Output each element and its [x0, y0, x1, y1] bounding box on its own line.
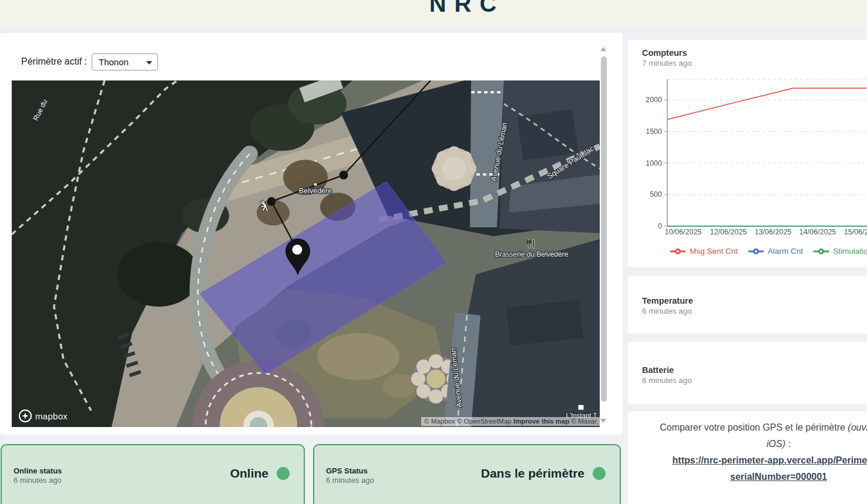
mapbox-logo-text: mapbox	[35, 411, 68, 421]
svg-text:0: 0	[658, 222, 662, 230]
gps-status-value: Dans le périmètre	[481, 466, 584, 481]
compteurs-title: Compteurs	[642, 48, 692, 58]
scroll-up-arrow-icon[interactable]	[600, 47, 606, 51]
svg-text:2000: 2000	[646, 96, 662, 104]
temperature-card: Temperature 6 minutes ago	[628, 276, 867, 334]
mapbox-logo[interactable]: mapbox	[19, 409, 68, 422]
compare-instruction-line2: iOS) :	[628, 436, 867, 452]
perimeter-active-label: Périmètre actif :	[21, 56, 87, 67]
map-canvas[interactable]: Rue duBelvédèreAvenue du LémanSquare Pau…	[12, 80, 600, 427]
page: NRC Périmètre actif : Thonon	[0, 0, 867, 504]
online-status-value: Online	[230, 466, 268, 481]
legend-label: Msg Sent Cnt	[690, 247, 738, 256]
legend-marker-icon	[814, 248, 829, 255]
map-label: Brasserie du Belvédère	[495, 250, 569, 258]
nrc-logo: NRC	[429, 0, 505, 17]
temperature-time: 6 minutes ago	[642, 307, 693, 315]
chart-legend: Msg Sent CntAlarm CntStimulation Cnt	[628, 247, 867, 256]
map-container[interactable]: Rue duBelvédèreAvenue du LémanSquare Pau…	[12, 80, 600, 427]
svg-text:13/06/2025: 13/06/2025	[755, 228, 792, 236]
map-label: Belvédère	[299, 187, 332, 195]
svg-text:12/06/2025: 12/06/2025	[710, 228, 747, 236]
attribution-osm-link[interactable]: © Mapbox © OpenStreetMap	[424, 418, 512, 425]
online-status-title: Online status	[14, 466, 62, 475]
vertical-scrollbar[interactable]	[600, 43, 607, 426]
legend-item[interactable]: Alarm Cnt	[748, 247, 803, 256]
compare-instruction-line1: Comparer votre position GPS et le périmè…	[628, 419, 867, 436]
compteurs-chart: 050010001500200010/06/202512/06/202513/0…	[637, 78, 867, 243]
legend-marker-icon	[748, 248, 764, 255]
gps-status-title: GPS Status	[326, 466, 374, 475]
perimeter-select-value: Thonon	[99, 57, 129, 67]
poi-dot-belvedere	[314, 183, 317, 186]
svg-text:1000: 1000	[646, 159, 662, 167]
mapbox-logo-icon	[19, 409, 32, 422]
compteurs-card: Compteurs 7 minutes ago 0500100015002000…	[628, 40, 867, 267]
cafe-icon	[578, 405, 584, 410]
chevron-down-icon	[146, 61, 152, 65]
attribution-maxar-link[interactable]: © Maxar	[571, 418, 597, 425]
top-header: NRC	[0, 0, 867, 28]
map-panel: Périmètre actif : Thonon	[0, 33, 623, 435]
perimeter-compare-link-line2[interactable]: serialNumber=000001	[628, 469, 867, 485]
map-attribution: © Mapbox © OpenStreetMap Improve this ma…	[421, 417, 600, 426]
svg-text:14/06/2025: 14/06/2025	[799, 228, 836, 236]
compare-gps-card: Comparer votre position GPS et le périmè…	[628, 411, 867, 504]
temperature-title: Temperature	[642, 296, 693, 305]
gps-status-dot-icon	[593, 467, 606, 480]
online-status-dot-icon	[277, 467, 290, 480]
improve-this-map-link[interactable]: Improve this map	[513, 418, 569, 425]
legend-label: Alarm Cnt	[768, 247, 803, 256]
online-status-card: Online status 6 minutes ago Online	[1, 444, 305, 504]
batterie-card: Batterie 6 minutes ago	[628, 342, 867, 404]
gps-status-card: GPS Status 6 minutes ago Dans le périmèt…	[313, 444, 621, 504]
online-status-time: 6 minutes ago	[14, 476, 62, 485]
batterie-title: Batterie	[642, 365, 692, 375]
scrollbar-thumb[interactable]	[601, 56, 607, 402]
svg-text:500: 500	[650, 190, 662, 199]
svg-text:10/06/2025: 10/06/2025	[665, 228, 702, 236]
gps-status-time: 6 minutes ago	[326, 476, 374, 485]
svg-text:15/06/2025: 15/06/2025	[844, 228, 867, 236]
svg-text:1500: 1500	[646, 127, 662, 136]
legend-marker-icon	[670, 248, 685, 255]
compteurs-time: 7 minutes ago	[642, 59, 692, 68]
legend-label: Stimulation Cnt	[833, 247, 867, 256]
legend-item[interactable]: Stimulation Cnt	[814, 247, 867, 256]
series-line	[667, 88, 867, 119]
batterie-time: 6 minutes ago	[642, 376, 692, 385]
perimeter-select[interactable]: Thonon	[92, 53, 158, 70]
perimeter-compare-link-line1[interactable]: https://nrc-perimeter-app.vercel.app/Per…	[628, 452, 867, 469]
legend-item[interactable]: Msg Sent Cnt	[670, 247, 738, 256]
scroll-down-arrow-icon[interactable]	[600, 419, 606, 423]
